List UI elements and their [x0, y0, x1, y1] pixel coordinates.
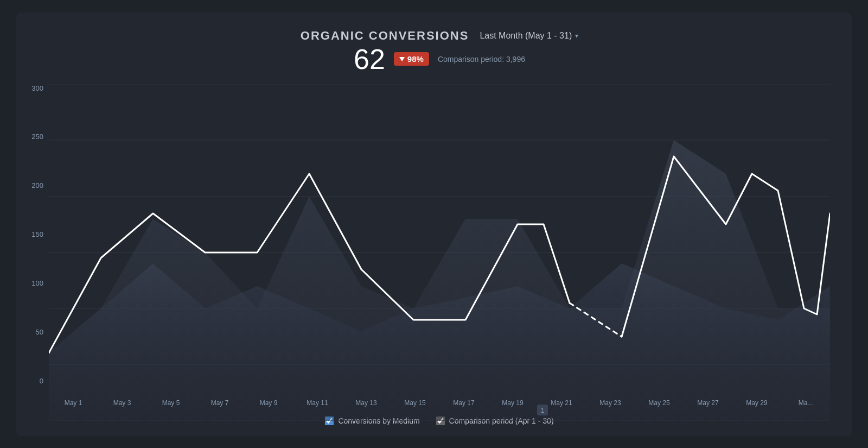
x-label-may11: May 11 — [293, 399, 342, 407]
x-label-may23: May 23 — [586, 399, 635, 407]
chevron-down-icon: ▾ — [575, 32, 578, 40]
line-chart-svg: 1 — [49, 84, 830, 421]
chart-area: 0 50 100 150 200 250 300 — [49, 84, 830, 407]
badge-percent: 98% — [407, 54, 424, 64]
x-label-may21: May 21 — [537, 399, 586, 407]
y-label-150: 150 — [22, 230, 43, 238]
y-axis: 0 50 100 150 200 250 300 — [22, 84, 43, 385]
down-arrow-icon — [399, 57, 405, 61]
chart-container: ORGANIC CONVERSIONS Last Month (May 1 - … — [16, 12, 852, 436]
x-label-may9: May 9 — [244, 399, 293, 407]
y-label-250: 250 — [22, 132, 43, 141]
chart-header: ORGANIC CONVERSIONS Last Month (May 1 - … — [49, 29, 830, 73]
x-label-may5: May 5 — [146, 399, 195, 407]
x-label-may27: May 27 — [684, 399, 732, 407]
primary-area — [49, 140, 830, 421]
x-label-may3: May 3 — [98, 399, 146, 407]
y-label-300: 300 — [22, 84, 43, 92]
x-label-may25: May 25 — [635, 399, 684, 407]
date-range-button[interactable]: Last Month (May 1 - 31) ▾ — [480, 31, 578, 41]
change-badge: 98% — [394, 52, 429, 66]
x-label-may15: May 15 — [391, 399, 439, 407]
y-label-100: 100 — [22, 279, 43, 287]
x-label-may17: May 17 — [439, 399, 488, 407]
x-label-may1: May 1 — [49, 399, 98, 407]
x-label-may7: May 7 — [195, 399, 244, 407]
x-label-may13: May 13 — [342, 399, 391, 407]
x-label-may19: May 19 — [488, 399, 537, 407]
annotation-label: 1 — [541, 407, 545, 414]
chart-title: ORGANIC CONVERSIONS — [301, 29, 469, 43]
date-range-label: Last Month (May 1 - 31) — [480, 31, 572, 41]
metric-value: 62 — [354, 45, 385, 73]
x-label-may29: May 29 — [732, 399, 781, 407]
y-label-50: 50 — [22, 328, 43, 336]
x-label-may-end: Ma... — [781, 399, 830, 407]
y-label-0: 0 — [22, 377, 43, 385]
x-axis: May 1 May 3 May 5 May 7 May 9 May 11 May… — [49, 385, 830, 407]
y-label-200: 200 — [22, 181, 43, 190]
title-row: ORGANIC CONVERSIONS Last Month (May 1 - … — [301, 29, 578, 43]
comparison-text: Comparison period: 3,996 — [438, 55, 525, 64]
metric-row: 62 98% Comparison period: 3,996 — [354, 45, 525, 73]
